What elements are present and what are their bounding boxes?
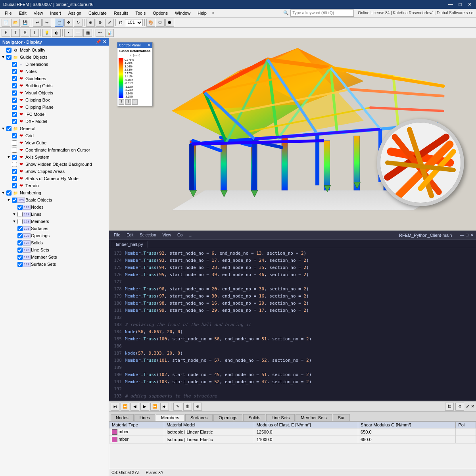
arrow-guide-objects[interactable] xyxy=(1,55,6,59)
tree-item-openings[interactable]: 123Openings xyxy=(1,232,108,239)
nav-pin-btn[interactable]: 📌 xyxy=(96,39,101,44)
tb-result[interactable]: 📊 xyxy=(105,29,114,37)
editor-edit[interactable]: Edit xyxy=(124,232,136,238)
tree-item-basic-objects[interactable]: 123Basic Objects xyxy=(1,196,108,203)
tree-item-camera-fly[interactable]: ❤Status of Camera Fly Mode xyxy=(1,175,108,182)
tree-item-member-sets[interactable]: 123Member Sets xyxy=(1,253,108,261)
cp-icon-2[interactable]: ⟩ xyxy=(125,99,131,105)
arrow-axis-system[interactable] xyxy=(6,155,11,159)
tb-deform[interactable]: 〜 xyxy=(96,29,104,37)
tbl-delete[interactable]: 🗑 xyxy=(183,403,192,411)
tb-zoom-in[interactable]: ⊕ xyxy=(86,19,95,27)
arrow-numbering[interactable] xyxy=(1,191,6,195)
tree-item-notes[interactable]: ❤Notes xyxy=(1,68,108,75)
checkbox-dxf-model[interactable] xyxy=(12,119,17,124)
tab-solids[interactable]: Solids xyxy=(243,414,265,421)
tab-member-sets[interactable]: Member Sets xyxy=(296,414,332,421)
tbl-formula[interactable]: fx xyxy=(445,403,454,411)
tree-item-numbering[interactable]: 📁Numbering xyxy=(1,189,108,196)
checkbox-surfaces[interactable] xyxy=(17,226,23,231)
tb-undo[interactable]: ↩ xyxy=(33,19,42,27)
tree-item-building-grids[interactable]: ❤Building Grids xyxy=(1,82,108,89)
tree-item-grid[interactable]: ❤Grid xyxy=(1,132,108,139)
tree-item-axis-system[interactable]: ❤Axis System xyxy=(1,154,108,161)
tree-item-clipping-box[interactable]: ❤Clipping Box xyxy=(1,96,108,104)
checkbox-openings[interactable] xyxy=(17,233,23,238)
checkbox-general[interactable] xyxy=(6,126,12,131)
checkbox-view-cube[interactable] xyxy=(12,140,17,146)
tree-item-show-hidden[interactable]: ❤Show Hidden Objects Background xyxy=(1,161,108,168)
tree-item-mesh-quality[interactable]: ⚙Mesh Quality xyxy=(1,46,108,54)
tbl-edit[interactable]: ✎ xyxy=(173,403,182,411)
tb-save[interactable]: 💾 xyxy=(21,19,29,27)
viewport[interactable]: Control Panel ✕ Global Deformations in [… xyxy=(109,38,476,230)
tree-item-guide-objects[interactable]: 📁Guide Objects xyxy=(1,54,108,61)
editor-close[interactable]: ✕ xyxy=(470,232,474,238)
cp-close-btn[interactable]: ✕ xyxy=(148,43,151,47)
checkbox-visual-objects[interactable] xyxy=(12,90,17,96)
cp-icon-3[interactable]: ↕ xyxy=(132,99,138,105)
tree-item-view-cube[interactable]: ❤View Cube xyxy=(1,139,108,146)
tab-surfaces[interactable]: Surfaces xyxy=(185,414,213,421)
tab-line-sets[interactable]: Line Sets xyxy=(266,414,295,421)
tbl-last[interactable]: ⏭ xyxy=(160,403,169,411)
tbl-close[interactable]: ✕ xyxy=(471,404,474,409)
menu-results[interactable]: Results xyxy=(111,10,132,16)
checkbox-notes[interactable] xyxy=(12,69,17,74)
tbl-prev[interactable]: ◀ xyxy=(131,403,139,411)
editor-maximize[interactable]: □ xyxy=(466,232,468,238)
menu-tools[interactable]: Tools xyxy=(132,10,149,16)
maximize-btn[interactable]: □ xyxy=(457,2,463,7)
editor-tab-file[interactable]: timber_hall.py xyxy=(111,241,148,248)
tree-item-lines[interactable]: 123Lines xyxy=(1,211,108,218)
tbl-next[interactable]: ▶ xyxy=(140,403,149,411)
tree-item-coord-info[interactable]: ❤Coordinate Information on Cursor xyxy=(1,146,108,154)
tree-item-line-sets[interactable]: 123Line Sets xyxy=(1,246,108,253)
editor-more[interactable]: ... xyxy=(186,232,194,238)
checkbox-line-sets[interactable] xyxy=(17,248,23,253)
checkbox-building-grids[interactable] xyxy=(12,83,17,88)
menu-window[interactable]: Window xyxy=(172,10,194,16)
tab-nodes[interactable]: Nodes xyxy=(111,414,134,421)
checkbox-camera-fly[interactable] xyxy=(12,176,17,181)
menu-edit[interactable]: Edit xyxy=(16,10,30,16)
tb-solid[interactable]: ⬢ xyxy=(165,19,174,27)
tab-sur[interactable]: Sur xyxy=(333,414,350,421)
tb-front[interactable]: F xyxy=(2,29,10,37)
tree-item-guidelines[interactable]: ❤Guidelines xyxy=(1,75,108,82)
checkbox-grid[interactable] xyxy=(12,133,17,138)
tb-light[interactable]: 💡 xyxy=(42,29,51,37)
checkbox-lines[interactable] xyxy=(17,212,23,217)
checkbox-mesh-quality[interactable] xyxy=(6,48,12,53)
tb-render[interactable]: 🎨 xyxy=(146,19,155,27)
tb-member[interactable]: — xyxy=(74,29,83,37)
tbl-expand[interactable]: ⤢ xyxy=(466,404,469,409)
search-input[interactable] xyxy=(290,10,354,17)
tree-item-nodes[interactable]: 123Nodes xyxy=(1,203,108,211)
editor-file[interactable]: File xyxy=(111,232,123,238)
checkbox-member-sets[interactable] xyxy=(17,255,23,260)
arrow-general[interactable] xyxy=(1,127,6,131)
tb-open[interactable]: 📂 xyxy=(11,19,20,27)
checkbox-members[interactable] xyxy=(17,219,23,224)
checkbox-basic-objects[interactable] xyxy=(12,198,17,203)
editor-selection[interactable]: Selection xyxy=(137,232,158,238)
editor-minimize[interactable]: — xyxy=(460,232,464,238)
editor-go[interactable]: Go xyxy=(175,232,185,238)
editor-view[interactable]: View xyxy=(160,232,174,238)
checkbox-show-clipped[interactable] xyxy=(12,169,17,174)
nav-close-btn[interactable]: ✕ xyxy=(103,39,106,44)
table-row[interactable]: mberIsotropic | Linear Elastic11000.0690… xyxy=(109,436,476,443)
arrow-basic-objects[interactable] xyxy=(6,198,11,202)
tb-zoom-all[interactable]: ⤢ xyxy=(105,19,114,27)
tab-members[interactable]: Members xyxy=(156,414,184,421)
tb-side[interactable]: S xyxy=(21,29,29,37)
checkbox-clipping-plane[interactable] xyxy=(12,105,17,110)
tree-item-general[interactable]: 📁General xyxy=(1,125,108,132)
tree-item-visual-objects[interactable]: ❤Visual Objects xyxy=(1,89,108,96)
checkbox-numbering[interactable] xyxy=(6,190,12,196)
lc-dropdown[interactable]: LC1 xyxy=(125,19,143,26)
tb-rotate[interactable]: ↻ xyxy=(74,19,83,27)
tb-move[interactable]: ✥ xyxy=(64,19,73,27)
tb-surface[interactable]: ▦ xyxy=(83,29,92,37)
